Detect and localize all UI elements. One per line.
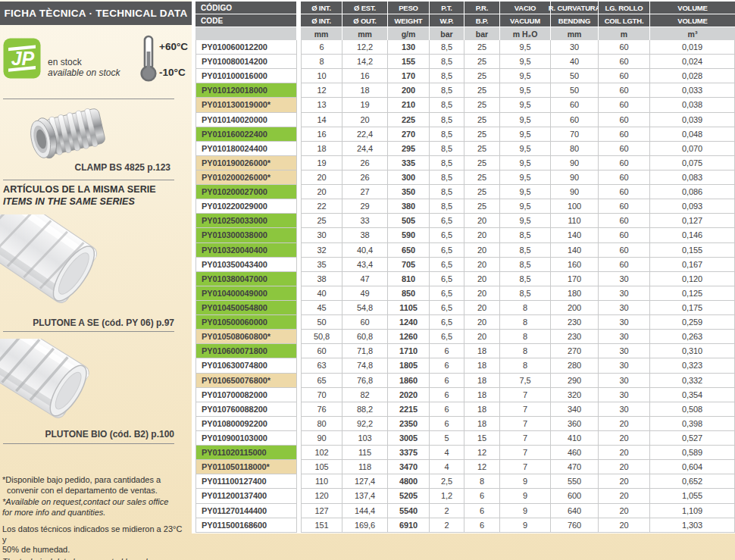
value-cell: 70 bbox=[551, 127, 599, 142]
header-cell: VACUUM bbox=[500, 14, 551, 27]
value-cell: 12 bbox=[301, 83, 342, 98]
value-cell: 8 bbox=[500, 315, 551, 330]
value-cell: 103 bbox=[342, 431, 388, 446]
value-cell: 20 bbox=[599, 474, 650, 489]
value-cell: 0,175 bbox=[650, 301, 735, 315]
value-cell: 82 bbox=[342, 388, 388, 402]
value-cell: 0,527 bbox=[650, 431, 735, 446]
value-cell: 54,8 bbox=[342, 301, 388, 315]
value-cell: 60 bbox=[342, 315, 388, 330]
value-cell: 20 bbox=[599, 489, 650, 503]
value-cell: 25 bbox=[464, 127, 500, 142]
value-cell: 6,5 bbox=[430, 228, 464, 242]
value-cell: 18 bbox=[464, 344, 500, 358]
value-cell: 0,263 bbox=[650, 330, 735, 344]
value-cell: 25 bbox=[464, 98, 500, 112]
value-cell: 26 bbox=[342, 156, 388, 171]
value-cell: 20 bbox=[301, 171, 342, 185]
header-cell: Ø INT. bbox=[301, 2, 342, 14]
unit-cell: mm bbox=[301, 27, 342, 40]
value-cell: 60 bbox=[599, 156, 650, 171]
value-cell: 180 bbox=[551, 286, 599, 301]
value-cell: 320 bbox=[551, 388, 599, 402]
value-cell: 0,323 bbox=[650, 358, 735, 373]
value-cell: 70 bbox=[301, 388, 342, 402]
value-cell: 600 bbox=[551, 489, 599, 503]
table-row: PY010508060800*50,860,812606,5208230300,… bbox=[195, 330, 735, 344]
table-row: PY0104500548004554,811056,5208200300,175 bbox=[195, 301, 735, 315]
value-cell: 1,055 bbox=[650, 489, 735, 503]
value-cell: 0,039 bbox=[650, 113, 735, 127]
value-cell: 71,8 bbox=[342, 344, 388, 358]
value-cell: 0,155 bbox=[650, 243, 735, 258]
value-cell: 8,5 bbox=[430, 127, 464, 142]
code-cell: PY010450054800 bbox=[195, 301, 297, 315]
table-row: PY010650076800*6576,818606187,5290300,33… bbox=[195, 374, 735, 388]
value-cell: 9 bbox=[500, 504, 551, 518]
value-cell: 0,127 bbox=[650, 214, 735, 228]
table-row: PY0101600224001622,42708,5259,570600,048 bbox=[195, 127, 735, 142]
value-cell: 20 bbox=[599, 431, 650, 446]
divider bbox=[3, 331, 174, 332]
value-cell: 25 bbox=[464, 40, 500, 55]
code-cell: PY011270144400 bbox=[195, 504, 297, 518]
value-cell: 9 bbox=[500, 489, 551, 503]
value-cell: 100 bbox=[551, 199, 599, 214]
value-cell: 170 bbox=[551, 272, 599, 286]
footnote-available-en: *Available on request,contact our sales … bbox=[2, 497, 184, 518]
value-cell: 12,2 bbox=[342, 40, 388, 55]
value-cell: 2020 bbox=[388, 388, 430, 402]
value-cell: 210 bbox=[388, 98, 430, 112]
code-cell: PY010800092200 bbox=[195, 417, 297, 431]
value-cell: 25 bbox=[464, 199, 500, 214]
value-cell: 9,5 bbox=[500, 142, 551, 156]
value-cell: 30 bbox=[599, 402, 650, 417]
clamp-caption: CLAMP BS 4825 p.123 bbox=[0, 162, 170, 173]
divider bbox=[3, 180, 174, 180]
table-row: PY0103500434003543,47056,5208,5160600,16… bbox=[195, 258, 735, 272]
value-cell: 47 bbox=[342, 272, 388, 286]
value-cell: 92,2 bbox=[342, 417, 388, 431]
value-cell: 2215 bbox=[388, 402, 430, 417]
value-cell: 76 bbox=[301, 402, 342, 417]
value-cell: 2350 bbox=[388, 417, 430, 431]
units-row: mmmmg/mbarbarm H₂Ommmm³ bbox=[195, 27, 735, 40]
code-cell: PY010650076800* bbox=[195, 374, 297, 388]
catalog-page: { "colors":{"accent_green":"#8cc63e","hi… bbox=[0, 0, 735, 560]
table-row: PY01010001600010161708,5259,550600,028 bbox=[195, 69, 735, 83]
value-cell: 0,120 bbox=[650, 272, 735, 286]
value-cell: 160 bbox=[551, 258, 599, 272]
value-cell: 5205 bbox=[388, 489, 430, 503]
value-cell: 22,4 bbox=[342, 127, 388, 142]
header-cell: LG. ROLLO bbox=[599, 2, 650, 14]
value-cell: 6,5 bbox=[430, 214, 464, 228]
value-cell: 60 bbox=[599, 83, 650, 98]
value-cell: 110 bbox=[551, 214, 599, 228]
header-cell: P.T. bbox=[430, 2, 464, 14]
value-cell: 6,5 bbox=[430, 258, 464, 272]
value-cell: 0,508 bbox=[650, 402, 735, 417]
value-cell: 60 bbox=[599, 113, 650, 127]
header-cell: R. CURVATURA bbox=[551, 2, 599, 14]
value-cell: 60 bbox=[599, 69, 650, 83]
code-cell: PY010320040400 bbox=[195, 243, 297, 258]
value-cell: 3470 bbox=[388, 460, 430, 474]
value-cell: 7,5 bbox=[500, 374, 551, 388]
value-cell: 20 bbox=[464, 301, 500, 315]
value-cell: 4 bbox=[430, 446, 464, 460]
value-cell: 1805 bbox=[388, 358, 430, 373]
value-cell: 102 bbox=[301, 446, 342, 460]
value-cell: 19 bbox=[301, 156, 342, 171]
value-cell: 8,5 bbox=[500, 243, 551, 258]
value-cell: 20 bbox=[599, 446, 650, 460]
value-cell: 0,398 bbox=[650, 417, 735, 431]
value-cell: 6 bbox=[430, 402, 464, 417]
hose2-caption: PLUTONE BIO (cód. B2) p.100 bbox=[0, 429, 174, 440]
unit-cell: bar bbox=[464, 27, 500, 40]
value-cell: 18 bbox=[464, 358, 500, 373]
code-cell: PY010600071800 bbox=[195, 344, 297, 358]
value-cell: 8,5 bbox=[500, 272, 551, 286]
series-title-en: ITEMS IN THE SAME SERIES bbox=[3, 196, 135, 207]
header-cell: Ø INT. bbox=[301, 14, 342, 27]
value-cell: 8,5 bbox=[430, 185, 464, 199]
